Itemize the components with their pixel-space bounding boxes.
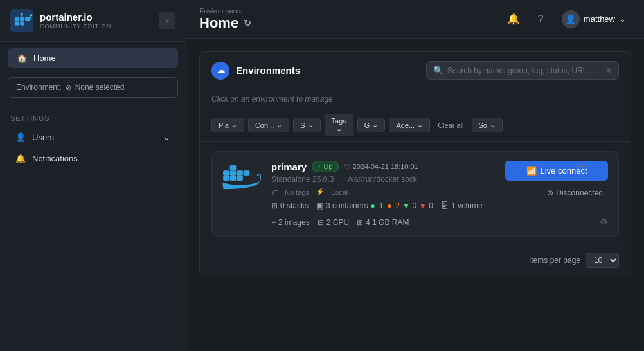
topbar-actions: 🔔 ? 👤 matthew ⌄ — [503, 8, 631, 31]
filter-platform[interactable]: Pla ⌄ — [211, 118, 244, 132]
env-selector-value: None selected — [75, 83, 125, 92]
stopped-count-icon: ● — [387, 201, 391, 210]
sidebar: portainer.io COMMUNITY EDITION « 🏠 Home … — [0, 0, 186, 351]
user-menu[interactable]: 👤 matthew ⌄ — [557, 8, 631, 31]
svg-rect-4 — [15, 22, 19, 25]
topbar: Environments Home ↻ 🔔 ? 👤 matthew ⌄ — [186, 0, 644, 39]
local-icon: ⚡ — [316, 188, 325, 196]
healthy-count: 0 — [412, 201, 416, 210]
portainer-logo-icon — [10, 9, 33, 32]
svg-rect-10 — [230, 171, 236, 176]
search-input[interactable] — [447, 66, 602, 75]
sidebar-item-users[interactable]: 👤 Users ⌄ — [8, 127, 178, 147]
svg-point-8 — [30, 14, 33, 17]
stacks-stat: ⊞ 0 stacks — [271, 201, 309, 210]
panel-footer: Items per page 10 25 50 — [200, 246, 631, 274]
stacks-icon: ⊞ — [271, 201, 278, 210]
svg-rect-14 — [230, 176, 236, 181]
env-panel-header: ☁ Environments 🔍 ✕ — [200, 52, 631, 89]
tag-icon: 🏷 — [271, 188, 278, 196]
filter-connection[interactable]: Con... ⌄ — [248, 118, 289, 132]
users-label: Users — [32, 132, 54, 142]
filter-status[interactable]: S ⌄ — [293, 118, 320, 132]
containers-stat: ▣ 3 containers ● 1 ● 2 ♥ 0 ♥ — [316, 201, 433, 210]
svg-rect-11 — [237, 171, 243, 176]
env-selector-label: Environment: — [16, 83, 62, 92]
svg-rect-13 — [224, 176, 229, 181]
sort-button[interactable]: So ⌄ — [472, 118, 503, 132]
env-actions: 📶 Live connect ⊘ Disconnected — [505, 161, 608, 200]
user-chevron-icon: ⌄ — [619, 14, 626, 24]
settings-section-label: Settings — [8, 112, 178, 127]
sort-chevron-icon: ⌄ — [490, 121, 496, 129]
home-icon: 🏠 — [17, 53, 27, 63]
sidebar-header: portainer.io COMMUNITY EDITION « — [0, 0, 186, 42]
live-connect-button[interactable]: 📶 Live connect — [505, 161, 608, 181]
status-badge: ↑ Up — [312, 161, 339, 172]
platform-chevron-icon: ⌄ — [231, 121, 237, 129]
svg-rect-12 — [244, 171, 249, 176]
sidebar-collapse-button[interactable]: « — [159, 12, 175, 29]
sidebar-item-home[interactable]: 🏠 Home — [8, 48, 178, 68]
svg-rect-1 — [15, 17, 19, 21]
environments-icon: ☁ — [211, 62, 229, 80]
env-name: primary — [271, 161, 307, 172]
disconnected-button[interactable]: ⊘ Disconnected — [542, 186, 608, 200]
environment-selector[interactable]: Environment: ⊘ None selected — [8, 77, 178, 98]
container-counts: ● 1 ● 2 ♥ 0 ♥ 0 — [370, 201, 433, 210]
filters-row: Pla ⌄ Con... ⌄ S ⌄ Tags ⌄ G ⌄ — [200, 109, 631, 142]
status-up-icon: ↑ — [318, 163, 321, 170]
tags-chevron-icon: ⌄ — [336, 125, 342, 133]
unhealthy-count-icon: ♥ — [420, 201, 425, 210]
items-per-page-select[interactable]: 10 25 50 — [586, 253, 619, 268]
svg-point-7 — [21, 13, 23, 15]
notifications-icon: 🔔 — [15, 154, 26, 163]
heartbeat-icon: ♡ — [344, 163, 350, 171]
svg-rect-16 — [230, 165, 236, 170]
svg-rect-5 — [20, 22, 24, 25]
notifications-bell-button[interactable]: 🔔 — [503, 8, 524, 30]
svg-rect-9 — [224, 171, 229, 176]
filter-agent[interactable]: Age... ⌄ — [389, 118, 430, 132]
user-avatar-icon: 👤 — [565, 14, 576, 24]
images-stat: ≡ 2 images — [271, 218, 310, 227]
cpu-stat: ⊟ 2 CPU — [318, 218, 349, 227]
env-tags: 🏷 No tags ⚡ Local — [271, 188, 495, 196]
main-content: Environments Home ↻ 🔔 ? 👤 matthew ⌄ — [186, 0, 644, 351]
filter-tags[interactable]: Tags ⌄ — [325, 114, 353, 136]
images-icon: ≡ — [271, 218, 276, 227]
cpu-icon: ⊟ — [318, 218, 324, 227]
clear-all-button[interactable]: Clear all — [434, 119, 467, 132]
filter-group[interactable]: G ⌄ — [357, 118, 386, 132]
containers-icon: ▣ — [316, 201, 323, 210]
breadcrumb: Environments — [199, 7, 251, 15]
status-chevron-icon: ⌄ — [308, 121, 314, 129]
unhealthy-count: 0 — [429, 201, 433, 210]
app-name: portainer.io — [40, 12, 111, 23]
running-count-icon: ● — [370, 201, 375, 210]
users-chevron-icon: ⌄ — [163, 132, 170, 142]
username-label: matthew — [584, 14, 615, 24]
ram-stat: ⊞ 4.1 GB RAM — [357, 218, 409, 227]
env-info: primary ↑ Up ♡ 2024-04-21 18:10:01 — [271, 161, 495, 227]
search-box[interactable]: 🔍 ✕ — [426, 61, 619, 80]
env-name-row: primary ↑ Up ♡ 2024-04-21 18:10:01 — [271, 161, 495, 172]
app-edition: COMMUNITY EDITION — [40, 23, 111, 30]
group-chevron-icon: ⌄ — [372, 121, 378, 129]
search-clear-icon[interactable]: ✕ — [605, 66, 612, 75]
edit-environment-button[interactable]: ✏ — [578, 161, 586, 171]
home-label: Home — [33, 53, 56, 63]
help-button[interactable]: ? — [530, 8, 551, 30]
sidebar-item-notifications[interactable]: 🔔 Notifications — [8, 148, 178, 168]
volumes-stat: 🗄 1 volume — [441, 201, 483, 210]
connection-chevron-icon: ⌄ — [276, 121, 282, 129]
refresh-icon[interactable]: ↻ — [244, 18, 251, 28]
svg-rect-2 — [20, 17, 24, 21]
env-card-primary[interactable]: primary ↑ Up ♡ 2024-04-21 18:10:01 — [211, 151, 619, 237]
running-count: 1 — [379, 201, 384, 210]
environment-settings-button[interactable]: ⚙ — [600, 217, 608, 227]
no-env-icon: ⊘ — [66, 84, 71, 92]
notifications-label: Notifications — [32, 154, 78, 163]
page-title: Home ↻ — [199, 15, 251, 32]
logo-text: portainer.io COMMUNITY EDITION — [40, 12, 111, 30]
